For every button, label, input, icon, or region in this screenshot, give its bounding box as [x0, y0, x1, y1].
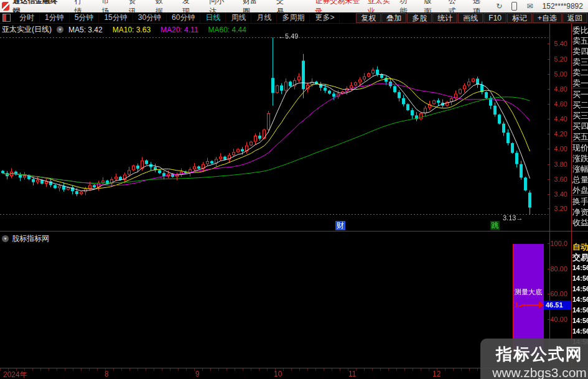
ma5-label: MA5: 3.42	[68, 26, 103, 34]
period-1min[interactable]: 1分钟	[40, 12, 70, 23]
tick-time[interactable]: 14:56	[572, 317, 588, 324]
panel-separator-line[interactable]	[0, 231, 588, 232]
price-tick: 4.00	[549, 145, 567, 152]
price-tick: 4.40	[549, 115, 567, 123]
year-label: 2024年	[3, 370, 27, 379]
collapse-icon[interactable]: ▾	[57, 26, 63, 33]
price-tick: 4.20	[549, 130, 567, 138]
news-marker-blue[interactable]: 财	[335, 221, 345, 230]
back-button[interactable]: 返回	[562, 13, 587, 23]
watermark-title: 指标公式网	[480, 344, 588, 365]
month-label: 8	[105, 370, 109, 378]
price-tick: 5.20	[549, 55, 567, 63]
low-price-annotation: 3.13→	[503, 214, 523, 222]
indicator-tick: 40.00	[549, 316, 567, 323]
label-buy4: 买四	[572, 121, 588, 132]
month-label: 10	[274, 370, 282, 378]
price-tick: 5.40	[549, 40, 567, 47]
label-netasset: 净资	[572, 207, 588, 218]
ma20-label: MA20: 4.11	[161, 26, 198, 34]
indicator-signal-text: 测量大底	[515, 288, 542, 297]
month-label: 12	[432, 370, 441, 378]
indicator-value-badge: 46.51	[544, 301, 571, 310]
tick-time[interactable]: 14:56	[572, 296, 588, 303]
adjust-price-button[interactable]: 复权	[356, 13, 381, 23]
tick-time[interactable]: 14:56	[572, 327, 588, 335]
tick-time[interactable]: 14:56	[572, 274, 588, 282]
month-label: 9	[195, 370, 200, 378]
month-label: 11	[348, 370, 356, 378]
label-buy1: 买一	[572, 89, 588, 100]
period-30min[interactable]: 30分钟	[133, 12, 167, 23]
overlay-button[interactable]: 叠加	[381, 13, 406, 23]
draw-line-button[interactable]: 画线	[458, 13, 483, 23]
period-intraday[interactable]: 分时	[14, 12, 40, 23]
label-sell4: 卖四	[572, 46, 588, 57]
period-15min[interactable]: 15分钟	[99, 12, 133, 23]
price-tick: 3.80	[549, 161, 567, 168]
mark-button[interactable]: 标记	[507, 13, 532, 23]
price-tick: 3.40	[549, 190, 567, 198]
label-sell3: 卖三	[572, 57, 588, 68]
indicator-tick: 80.00	[549, 265, 567, 273]
label-weibi: 委比	[572, 25, 588, 36]
app-logo-icon	[2, 2, 9, 11]
auto-trade-tab-line2[interactable]: 交易	[572, 252, 588, 263]
candlestick-chart[interactable]	[0, 34, 549, 223]
mail-icon[interactable]: ✉	[526, 2, 533, 11]
add-favorite-button[interactable]: +自选	[533, 13, 562, 23]
label-buy2: 买二	[572, 100, 588, 111]
ma60-label: MA60: 4.44	[208, 26, 246, 34]
indicator-tick: 60.00	[549, 290, 567, 297]
indicator-header: ▾ 股标指标网	[2, 233, 49, 244]
gap-marker-green[interactable]: 跳	[490, 221, 500, 230]
label-buy3: 买三	[572, 110, 588, 121]
auto-trade-tab-line1[interactable]: 自动	[572, 241, 588, 253]
label-volume: 总量	[572, 174, 588, 185]
indicator-red-mark	[516, 302, 518, 307]
statistics-button[interactable]: 统计	[432, 13, 457, 23]
indicator-collapse-icon[interactable]: ▾	[2, 235, 9, 242]
app-window: 通达信金融终端 行情 市场 资讯 数据 发现 问小达 财富圈 交易 证券交易未登…	[0, 0, 588, 379]
period-monthly[interactable]: 月线	[251, 12, 277, 23]
watermark-url: www.zbgs3.com	[480, 365, 588, 379]
order-book-strip: 委比 卖五 卖四 卖三 卖二 卖一 买一 买二 买三 买四 买五 现价 涨跌 涨…	[572, 24, 588, 368]
label-pct: 涨幅	[572, 164, 588, 175]
watermark: 指标公式网 www.zbgs3.com	[480, 339, 588, 379]
period-60min[interactable]: 60分钟	[167, 12, 200, 23]
tick-time[interactable]: 14:56	[572, 285, 588, 292]
indicator-arrow-head	[539, 301, 544, 309]
period-toolbar: 分时 1分钟 5分钟 15分钟 30分钟 60分钟 日线 周线 月线 多周期 更…	[0, 12, 588, 24]
period-more[interactable]: 更多>	[310, 12, 340, 23]
account-phone-number[interactable]: 152****9892	[543, 2, 583, 11]
price-tick: 5.00	[549, 70, 567, 78]
label-sell2: 卖二	[572, 67, 588, 78]
label-turnover: 换手	[572, 196, 588, 207]
period-weekly[interactable]: 周线	[226, 12, 251, 23]
indicator-title: 股标指标网	[12, 233, 49, 244]
tick-time[interactable]: 14:56	[572, 264, 588, 271]
refresh-icon[interactable]: ↻	[496, 2, 502, 11]
strip-divider	[572, 88, 588, 88]
indicator-arrow-shaft	[521, 304, 540, 306]
price-tick: 4.80	[549, 85, 567, 93]
price-tick: 4.60	[549, 100, 567, 108]
strip-divider	[572, 195, 588, 195]
f10-button[interactable]: F10	[483, 13, 506, 23]
tick-time[interactable]: 14:56	[572, 306, 588, 314]
strip-divider	[572, 141, 588, 142]
mobile-icon[interactable]	[511, 2, 517, 11]
price-tick: 3.60	[549, 175, 567, 183]
ma10-label: MA10: 3.63	[113, 26, 151, 34]
label-change: 涨跌	[572, 153, 588, 164]
period-multi[interactable]: 多周期	[277, 12, 310, 23]
period-daily[interactable]: 日线	[200, 12, 226, 23]
price-tick: 3.20	[549, 205, 567, 212]
indicator-tick: 100.0	[549, 240, 567, 247]
layout-toggle-icon[interactable]	[2, 14, 11, 22]
label-earnings: 收益	[572, 217, 588, 228]
multi-stock-button[interactable]: 多股	[407, 13, 432, 23]
label-price: 现价	[572, 143, 588, 154]
top-menu-bar: 通达信金融终端 行情 市场 资讯 数据 发现 问小达 财富圈 交易 证券交易未登…	[0, 0, 588, 12]
period-5min[interactable]: 5分钟	[70, 12, 100, 23]
